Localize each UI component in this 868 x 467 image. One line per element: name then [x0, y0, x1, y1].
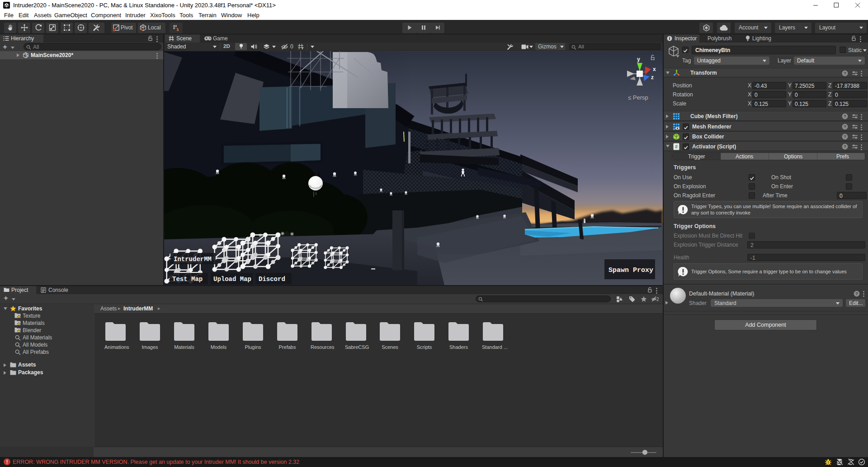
svg-text:Test Map: Test Map [172, 276, 203, 283]
svg-text:#: # [675, 144, 678, 149]
svg-text:2: 2 [656, 297, 659, 302]
svg-text:y: y [637, 56, 640, 62]
svg-text:x: x [653, 66, 656, 72]
svg-text:?: ? [844, 134, 846, 139]
svg-text:Discord: Discord [259, 276, 285, 283]
svg-text:Upload Map: Upload Map [213, 276, 251, 283]
svg-text:IntruderMM: IntruderMM [174, 256, 212, 263]
svg-text:?: ? [844, 124, 846, 129]
svg-text:?: ? [855, 291, 858, 296]
svg-text:?: ? [844, 71, 846, 76]
svg-text:?: ? [844, 114, 846, 119]
svg-text:≤ Persp: ≤ Persp [628, 94, 648, 101]
svg-text:z: z [651, 74, 654, 81]
svg-text:?: ? [844, 144, 846, 149]
svg-text:Y: Y [302, 47, 304, 50]
svg-text:Spawn Proxy: Spawn Proxy [609, 267, 653, 274]
